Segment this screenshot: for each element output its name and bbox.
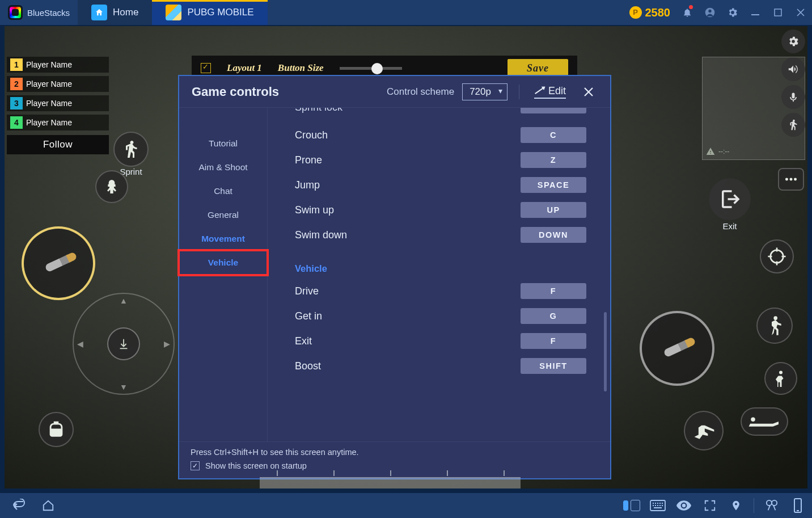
fire-button-right[interactable] bbox=[640, 311, 714, 386]
scrollbar[interactable] bbox=[604, 312, 607, 391]
settings-icon[interactable] bbox=[721, 0, 744, 25]
binding-key[interactable]: Z bbox=[521, 152, 586, 168]
shoot-button[interactable] bbox=[684, 411, 724, 450]
game-viewport: 1Player Name 2Player Name 3Player Name 4… bbox=[0, 25, 812, 493]
keyboard-icon[interactable] bbox=[649, 497, 666, 514]
movement-joystick[interactable]: ▲ ▼ ◀ ▶ bbox=[73, 293, 175, 395]
aim-button[interactable] bbox=[95, 170, 128, 203]
microphone-icon[interactable] bbox=[781, 85, 805, 109]
jump-button[interactable] bbox=[756, 308, 793, 344]
dialog-header: Game controls Control scheme 720p Edit bbox=[179, 76, 610, 108]
binding-row: CrouchC bbox=[295, 123, 586, 148]
minimize-icon[interactable] bbox=[744, 0, 767, 25]
binding-row: ExitF bbox=[295, 329, 586, 353]
binding-key[interactable]: UP bbox=[521, 202, 586, 218]
home-nav-icon[interactable] bbox=[40, 497, 57, 514]
exit-button[interactable]: Exit bbox=[709, 178, 751, 220]
back-icon[interactable] bbox=[10, 497, 27, 514]
tab-game-label: PUBG MOBILE bbox=[187, 7, 253, 18]
dialog-title: Game controls bbox=[192, 85, 279, 99]
hud-bottom-bar bbox=[260, 477, 521, 488]
brand-label: BlueStacks bbox=[27, 8, 70, 18]
sidebar-item-chat[interactable]: Chat bbox=[179, 179, 267, 203]
chat-icon[interactable] bbox=[778, 168, 804, 191]
sidebar-item-vehicle[interactable]: Vehicle bbox=[179, 251, 267, 275]
player-row-4[interactable]: 4Player Name bbox=[7, 115, 109, 130]
binding-label: Exit bbox=[295, 335, 312, 347]
layout-toolbar: Layout 1 Button Size Save bbox=[192, 56, 577, 76]
location-icon[interactable] bbox=[728, 497, 745, 514]
binding-row: Swim downDOWN bbox=[295, 222, 586, 247]
player-row-1[interactable]: 1Player Name bbox=[7, 57, 109, 73]
sidebar-item-movement[interactable]: Movement bbox=[179, 227, 267, 251]
scheme-select[interactable]: 720p bbox=[462, 83, 508, 100]
tab-game[interactable]: PUBG MOBILE bbox=[152, 0, 267, 25]
svg-point-10 bbox=[767, 500, 772, 506]
close-dialog-icon[interactable] bbox=[580, 85, 598, 99]
checkbox-icon: ✓ bbox=[191, 461, 200, 470]
crosshair-button[interactable] bbox=[760, 239, 794, 273]
svg-point-8 bbox=[751, 418, 755, 422]
game-settings-icon[interactable] bbox=[781, 30, 805, 53]
save-button[interactable]: Save bbox=[508, 59, 568, 77]
sound-icon[interactable] bbox=[781, 57, 805, 81]
binding-key[interactable]: SPACE bbox=[521, 177, 586, 193]
keymap-toggle-icon[interactable] bbox=[623, 497, 640, 514]
player-name: Player Name bbox=[26, 118, 72, 127]
game-controls-dialog: Game controls Control scheme 720p Edit T… bbox=[178, 75, 611, 479]
follow-button[interactable]: Follow bbox=[7, 135, 109, 154]
timer-label: --:-- bbox=[706, 147, 729, 156]
fire-button-left[interactable] bbox=[22, 226, 95, 300]
game-topright-icons bbox=[781, 26, 807, 137]
crouch-button[interactable] bbox=[764, 362, 797, 395]
svg-point-7 bbox=[771, 250, 784, 263]
backpack-button[interactable] bbox=[39, 412, 74, 447]
edit-button[interactable]: Edit bbox=[531, 84, 569, 100]
svg-point-4 bbox=[785, 178, 788, 181]
screenshot-icon[interactable] bbox=[763, 497, 780, 514]
player-row-2[interactable]: 2Player Name bbox=[7, 76, 109, 92]
binding-row: Swim upUP bbox=[295, 197, 586, 222]
prone-button[interactable] bbox=[741, 407, 788, 436]
button-size-slider[interactable] bbox=[340, 67, 402, 70]
binding-row: JumpSPACE bbox=[295, 172, 586, 197]
binding-row: ProneZ bbox=[295, 148, 586, 172]
binding-key[interactable]: SHIFT bbox=[521, 358, 586, 374]
binding-key[interactable]: F bbox=[521, 333, 586, 349]
binding-key[interactable]: G bbox=[521, 308, 586, 324]
player-name: Player Name bbox=[26, 99, 72, 108]
maximize-icon[interactable] bbox=[767, 0, 789, 25]
titlebar-icons bbox=[676, 0, 812, 25]
notification-icon[interactable] bbox=[676, 0, 699, 25]
close-icon[interactable] bbox=[789, 0, 812, 25]
shake-icon[interactable] bbox=[789, 497, 806, 514]
player-row-3[interactable]: 3Player Name bbox=[7, 95, 109, 111]
binding-key[interactable]: DOWN bbox=[521, 227, 586, 243]
coin-amount: 2580 bbox=[645, 6, 671, 19]
layout-check-icon[interactable] bbox=[201, 63, 211, 73]
joystick-thumb[interactable] bbox=[107, 327, 140, 360]
tab-home[interactable]: Home bbox=[78, 0, 152, 25]
sidebar-item-general[interactable]: General bbox=[179, 203, 267, 227]
bluestacks-logo-icon bbox=[8, 5, 23, 20]
fullscreen-icon[interactable] bbox=[701, 497, 718, 514]
sprint-button[interactable]: Sprint bbox=[113, 132, 149, 167]
rank-badge: 2 bbox=[10, 78, 23, 90]
eye-icon[interactable] bbox=[675, 497, 692, 514]
bullet-icon bbox=[44, 254, 72, 273]
home-icon bbox=[91, 5, 107, 20]
binding-key[interactable] bbox=[521, 108, 586, 113]
app-titlebar: BlueStacks Home PUBG MOBILE P 2580 bbox=[0, 0, 812, 25]
binding-key[interactable]: C bbox=[521, 127, 586, 143]
svg-point-6 bbox=[794, 178, 797, 181]
binding-row: BoostSHIFT bbox=[295, 353, 586, 378]
binding-key[interactable]: F bbox=[521, 283, 586, 299]
dialog-content: Sprint lock CrouchC ProneZ JumpSPACE Swi… bbox=[268, 108, 610, 441]
coin-balance[interactable]: P 2580 bbox=[629, 0, 676, 25]
binding-row: Get inG bbox=[295, 304, 586, 329]
sidebar-item-aim-shoot[interactable]: Aim & Shoot bbox=[179, 155, 267, 179]
account-icon[interactable] bbox=[699, 0, 721, 25]
binding-row: Sprint lock bbox=[295, 108, 586, 120]
run-icon[interactable] bbox=[781, 113, 805, 137]
sidebar-item-tutorial[interactable]: Tutorial bbox=[179, 132, 267, 155]
